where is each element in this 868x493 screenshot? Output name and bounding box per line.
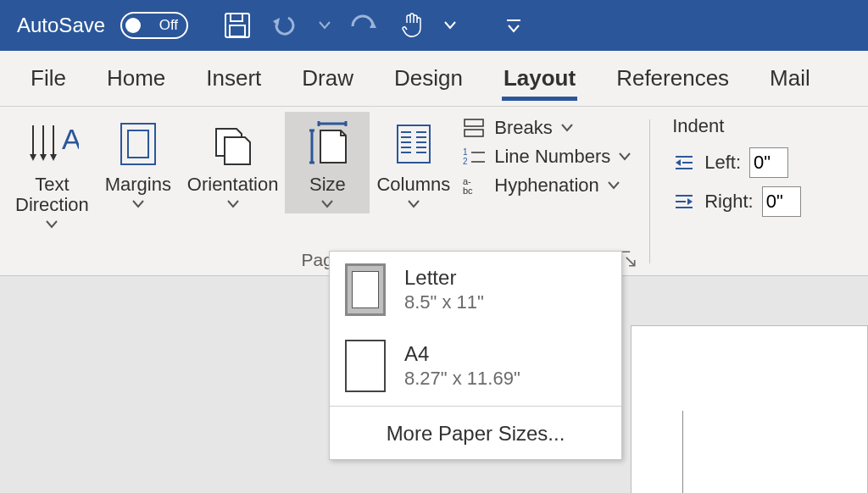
size-option-name: Letter <box>404 266 484 290</box>
svg-text:A: A <box>62 123 79 155</box>
hyphenation-label: Hyphenation <box>494 174 599 197</box>
breaks-icon <box>462 118 486 138</box>
tab-draw[interactable]: Draw <box>281 51 374 106</box>
undo-icon <box>270 13 303 38</box>
svg-rect-28 <box>465 130 483 136</box>
line-numbers-button[interactable]: 12 Line Numbers <box>462 146 631 168</box>
indent-left-input[interactable] <box>749 147 788 178</box>
chevron-down-icon <box>608 181 620 190</box>
orientation-icon <box>209 117 257 171</box>
svg-rect-27 <box>465 119 483 126</box>
tab-mail[interactable]: Mail <box>749 51 831 106</box>
svg-text:1: 1 <box>463 147 468 157</box>
chevron-down-icon <box>321 200 333 208</box>
chevron-down-icon <box>408 200 420 208</box>
columns-label: Columns <box>376 174 450 195</box>
size-option-dims: 8.27" x 11.69" <box>404 368 520 390</box>
redo-button[interactable] <box>346 8 380 42</box>
line-numbers-icon: 12 <box>462 147 486 167</box>
size-button[interactable]: Size <box>285 112 370 213</box>
size-dropdown-menu: Letter 8.5" x 11" A4 8.27" x 11.69" More… <box>329 251 622 460</box>
tab-file[interactable]: File <box>10 51 86 106</box>
indent-right-icon <box>672 192 696 211</box>
text-direction-icon: A <box>25 117 79 171</box>
size-option-letter[interactable]: Letter 8.5" x 11" <box>330 252 621 328</box>
undo-button[interactable] <box>270 8 303 42</box>
tab-layout[interactable]: Layout <box>483 51 596 106</box>
indent-left-row: Left: <box>672 147 851 178</box>
svg-text:2: 2 <box>463 157 468 166</box>
chevron-down-icon <box>132 200 144 208</box>
more-paper-sizes[interactable]: More Paper Sizes... <box>330 408 621 459</box>
margins-icon <box>116 117 160 171</box>
svg-rect-2 <box>230 25 245 36</box>
autosave-toggle[interactable]: Off <box>120 12 188 39</box>
breaks-button[interactable]: Breaks <box>462 117 631 139</box>
save-icon <box>223 11 252 40</box>
orientation-button[interactable]: Orientation <box>181 112 286 213</box>
margins-label: Margins <box>105 174 171 195</box>
save-button[interactable] <box>220 8 254 42</box>
autosave-label: AutoSave <box>17 14 105 37</box>
chevron-down-icon <box>46 220 58 229</box>
text-direction-button[interactable]: A Text Direction <box>8 112 96 234</box>
size-option-name: A4 <box>404 342 520 366</box>
paragraph-group: Indent Left: Right: <box>655 107 868 275</box>
indent-left-label: Left: <box>704 152 741 174</box>
group-separator <box>649 119 650 263</box>
undo-dropdown-icon[interactable] <box>319 21 331 30</box>
indent-right-input[interactable] <box>762 186 801 217</box>
document-canvas[interactable] <box>631 325 868 493</box>
text-direction-label: Text Direction <box>15 174 89 215</box>
touch-dropdown-icon[interactable] <box>444 21 456 30</box>
hand-icon <box>399 11 425 40</box>
svg-rect-9 <box>128 130 148 158</box>
page-thumb-icon <box>345 340 386 392</box>
hyphenation-icon: a-bc <box>462 175 486 196</box>
indent-right-row: Right: <box>672 186 851 217</box>
line-numbers-label: Line Numbers <box>494 146 610 168</box>
autosave-state: Off <box>159 17 178 34</box>
svg-rect-1 <box>231 14 242 21</box>
columns-icon <box>392 117 435 171</box>
size-icon <box>302 117 353 171</box>
svg-rect-16 <box>398 125 430 163</box>
customize-qat-button[interactable] <box>497 8 531 42</box>
size-label: Size <box>309 174 346 195</box>
chevron-down-icon <box>227 200 239 208</box>
title-bar: AutoSave Off <box>0 0 868 51</box>
ribbon-tabs: File Home Insert Draw Design Layout Refe… <box>0 51 868 107</box>
hyphenation-button[interactable]: a-bc Hyphenation <box>462 174 631 197</box>
svg-text:bc: bc <box>463 186 473 195</box>
tab-home[interactable]: Home <box>86 51 186 106</box>
breaks-label: Breaks <box>494 117 552 139</box>
chevron-down-icon <box>619 152 631 161</box>
size-option-a4[interactable]: A4 8.27" x 11.69" <box>330 328 621 404</box>
touch-mode-button[interactable] <box>395 8 429 42</box>
tab-design[interactable]: Design <box>374 51 483 106</box>
redo-icon <box>348 13 378 38</box>
orientation-label: Orientation <box>187 174 279 195</box>
customize-icon <box>505 17 522 34</box>
page-setup-small-items: Breaks 12 Line Numbers a-bc Hyphenation <box>457 112 636 202</box>
chevron-down-icon <box>561 124 573 132</box>
menu-divider <box>330 406 621 407</box>
toggle-dot-icon <box>125 18 141 33</box>
size-option-dims: 8.5" x 11" <box>404 291 484 313</box>
columns-button[interactable]: Columns <box>370 112 457 213</box>
page-thumb-icon <box>345 263 386 316</box>
tab-insert[interactable]: Insert <box>186 51 281 106</box>
indent-right-label: Right: <box>704 191 753 213</box>
tab-references[interactable]: References <box>596 51 749 106</box>
indent-left-icon <box>672 153 696 172</box>
indent-heading: Indent <box>672 115 851 137</box>
margins-button[interactable]: Margins <box>96 112 181 213</box>
